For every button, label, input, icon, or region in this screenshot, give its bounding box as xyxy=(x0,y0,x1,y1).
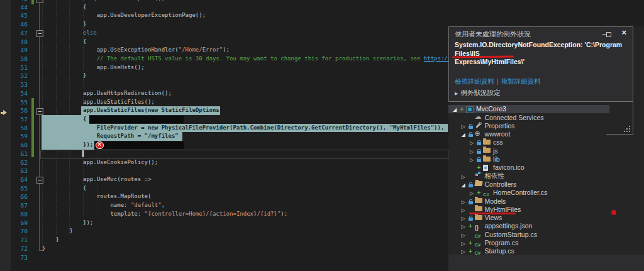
exception-message: System.IO.DirectoryNotFoundException: 'C… xyxy=(455,41,632,67)
pending-add-icon xyxy=(467,247,474,255)
line-number[interactable]: 73 xyxy=(10,253,28,262)
code-text: { xyxy=(83,38,86,47)
lock-icon xyxy=(467,122,474,130)
code-line-44[interactable]: 44{ xyxy=(0,3,644,12)
code-text: routes.MapRoute( xyxy=(97,192,152,201)
pending-add-icon xyxy=(458,105,465,113)
tree-item-js[interactable]: js xyxy=(448,147,644,155)
lock-icon xyxy=(467,180,474,188)
line-number[interactable]: 61 xyxy=(10,150,28,158)
line-number[interactable]: 56 xyxy=(10,106,28,115)
code-text: } xyxy=(83,20,86,29)
chevron-collapsed-icon[interactable] xyxy=(460,172,467,180)
tree-item-label: Connected Services xyxy=(485,114,544,121)
line-number[interactable]: 49 xyxy=(10,46,28,55)
tree-item-startup-cs[interactable]: Startup.cs xyxy=(448,247,644,255)
line-number[interactable]: 69 xyxy=(10,219,28,228)
line-number[interactable]: 48 xyxy=(10,38,28,47)
code-text: app.UseHttpsRedirection(); xyxy=(83,89,172,98)
chevron-collapsed-icon[interactable] xyxy=(460,239,467,246)
code-text: }); xyxy=(83,141,93,150)
resize-grip-icon[interactable] xyxy=(624,126,631,133)
lock-icon xyxy=(467,214,474,221)
view-details-link[interactable]: 檢視詳細資料 xyxy=(455,77,494,85)
code-line-45[interactable]: 45app.UseDeveloperExceptionPage(); xyxy=(0,11,644,20)
chevron-collapsed-icon[interactable] xyxy=(468,138,475,146)
tree-item--[interactable]: 相依性 xyxy=(448,172,644,180)
tree-item-models[interactable]: Models xyxy=(448,197,644,205)
chevron-collapsed-icon[interactable] xyxy=(460,122,467,130)
tree-item-customstartup-cs[interactable]: CustomStartup.cs xyxy=(448,230,644,238)
chevron-collapsed-icon[interactable] xyxy=(460,247,467,255)
globe-icon: ⊕ xyxy=(474,130,484,138)
tree-item-favicon-ico[interactable]: favicon.ico xyxy=(448,163,644,172)
code-text: } xyxy=(83,72,86,80)
text-caret xyxy=(82,150,84,157)
chevron-right-icon: ▶ xyxy=(455,91,458,96)
tree-item-appsettings-json[interactable]: appsettings.json xyxy=(448,222,644,230)
line-number[interactable]: 60 xyxy=(10,141,28,150)
file-icon xyxy=(482,163,492,172)
chevron-collapsed-icon[interactable] xyxy=(460,231,467,238)
line-number[interactable]: 51 xyxy=(10,64,28,72)
line-number[interactable]: 45 xyxy=(10,11,28,20)
code-text: { xyxy=(83,184,86,193)
tree-item-homecontroller-cs[interactable]: HomeController.cs xyxy=(448,189,644,197)
close-icon[interactable]: × xyxy=(621,28,626,37)
tree-item-css[interactable]: css xyxy=(448,138,644,147)
selection-highlight xyxy=(42,115,89,124)
chevron-expanded-icon[interactable] xyxy=(460,180,467,188)
folder-icon xyxy=(474,214,484,222)
line-number[interactable]: 63 xyxy=(10,167,28,175)
tree-item-label: 相依性 xyxy=(485,172,505,180)
chevron-collapsed-icon[interactable] xyxy=(460,214,467,221)
line-number[interactable]: 54 xyxy=(10,89,28,98)
chevron-collapsed-icon[interactable] xyxy=(460,197,467,205)
tree-item-controllers[interactable]: Controllers xyxy=(448,180,644,188)
line-number[interactable]: 57 xyxy=(10,115,28,124)
chevron-collapsed-icon[interactable] xyxy=(460,222,467,230)
tree-item-label: Views xyxy=(485,214,502,221)
line-number[interactable]: 65 xyxy=(10,184,28,193)
line-number[interactable]: 72 xyxy=(10,245,28,253)
line-number[interactable]: 71 xyxy=(10,236,28,245)
tree-item-lib[interactable]: lib xyxy=(448,155,644,163)
exception-settings-toggle[interactable]: ▶例外狀況設定 xyxy=(455,89,500,97)
tree-item-label: Properties xyxy=(485,122,515,130)
pending-add-icon xyxy=(475,163,482,171)
lock-icon xyxy=(467,197,474,205)
tree-item-program-cs[interactable]: Program.cs xyxy=(448,238,644,246)
tree-item-properties[interactable]: Properties xyxy=(448,121,644,130)
line-number[interactable]: 46 xyxy=(10,20,28,29)
line-number[interactable]: 59 xyxy=(10,132,28,141)
chevron-expanded-icon[interactable] xyxy=(460,130,467,138)
chevron-collapsed-icon[interactable] xyxy=(460,206,467,213)
line-number[interactable]: 53 xyxy=(10,80,28,89)
code-text: name: "default", xyxy=(110,201,165,210)
copy-details-link[interactable]: 複製詳細資料 xyxy=(501,77,541,85)
line-number[interactable]: 47 xyxy=(10,29,28,38)
line-number[interactable]: 62 xyxy=(10,158,28,167)
exception-error-icon[interactable] xyxy=(96,141,104,150)
pending-add-icon xyxy=(475,189,482,196)
pin-icon[interactable] xyxy=(602,31,611,38)
panel-bottom-strip xyxy=(448,255,644,271)
line-number[interactable]: 55 xyxy=(10,98,28,107)
line-number[interactable]: 64 xyxy=(10,175,28,184)
line-number[interactable]: 68 xyxy=(10,210,28,219)
chevron-expanded-icon[interactable] xyxy=(451,105,458,113)
line-number[interactable]: 50 xyxy=(10,55,28,64)
line-number[interactable]: 52 xyxy=(10,72,28,80)
chevron-collapsed-icon[interactable] xyxy=(468,189,475,196)
line-number[interactable]: 44 xyxy=(10,3,28,12)
chevron-collapsed-icon[interactable] xyxy=(468,155,475,163)
code-text: } xyxy=(42,245,45,253)
line-number[interactable]: 70 xyxy=(10,227,28,236)
code-text: else xyxy=(83,29,97,38)
line-number[interactable]: 58 xyxy=(10,124,28,133)
line-number[interactable]: 67 xyxy=(10,201,28,210)
line-number[interactable]: 66 xyxy=(10,192,28,201)
tree-item-mvccore3[interactable]: MvcCore3 xyxy=(448,105,609,113)
chevron-collapsed-icon[interactable] xyxy=(468,147,475,155)
tree-item-connected-services[interactable]: ☁Connected Services xyxy=(448,113,644,121)
